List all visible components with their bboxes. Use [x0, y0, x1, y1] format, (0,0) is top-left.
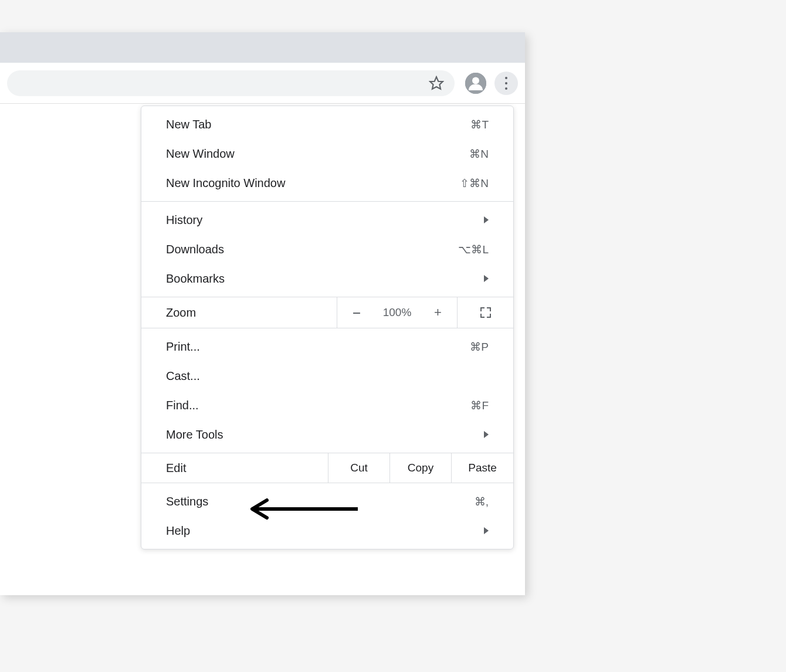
- edit-label: Edit: [141, 453, 328, 483]
- zoom-in-button[interactable]: +: [426, 305, 449, 320]
- menu-item-print[interactable]: Print... ⌘P: [141, 332, 513, 361]
- menu-shortcut: ⌘F: [470, 399, 489, 412]
- menu-item-settings[interactable]: Settings ⌘,: [141, 487, 513, 516]
- menu-shortcut: ⌘P: [470, 340, 489, 354]
- menu-item-cast[interactable]: Cast...: [141, 361, 513, 391]
- menu-label: New Incognito Window: [166, 177, 285, 190]
- menu-label: New Tab: [166, 118, 211, 131]
- dots-vertical-icon: [505, 77, 507, 79]
- kebab-menu-button[interactable]: [494, 72, 518, 95]
- chevron-right-icon: [484, 275, 489, 282]
- cut-button[interactable]: Cut: [328, 453, 390, 483]
- paste-button[interactable]: Paste: [452, 453, 513, 483]
- menu-shortcut: ⌘,: [475, 495, 489, 508]
- menu-item-help[interactable]: Help: [141, 516, 513, 545]
- menu-item-new-tab[interactable]: New Tab ⌘T: [141, 110, 513, 139]
- menu-shortcut: ⌘N: [469, 147, 489, 161]
- zoom-value: 100%: [383, 306, 412, 319]
- zoom-label: Zoom: [141, 297, 337, 328]
- chevron-right-icon: [484, 431, 489, 438]
- menu-label: Bookmarks: [166, 272, 225, 286]
- chevron-right-icon: [484, 216, 489, 223]
- fullscreen-icon: [480, 307, 491, 318]
- menu-item-new-incognito[interactable]: New Incognito Window ⇧⌘N: [141, 168, 513, 198]
- tab-bar: [0, 32, 525, 63]
- menu-label: Print...: [166, 340, 200, 354]
- menu-label: More Tools: [166, 428, 223, 442]
- menu-item-more-tools[interactable]: More Tools: [141, 420, 513, 449]
- menu-label: Settings: [166, 495, 208, 508]
- star-icon[interactable]: [429, 76, 444, 91]
- svg-marker-0: [430, 77, 443, 89]
- address-bar[interactable]: [7, 70, 455, 96]
- menu-shortcut: ⌥⌘L: [458, 243, 489, 256]
- menu-item-find[interactable]: Find... ⌘F: [141, 391, 513, 420]
- zoom-out-button[interactable]: ‒: [345, 305, 368, 320]
- fullscreen-button[interactable]: [458, 297, 513, 328]
- copy-button[interactable]: Copy: [390, 453, 452, 483]
- toolbar: [0, 63, 525, 104]
- menu-item-bookmarks[interactable]: Bookmarks: [141, 264, 513, 293]
- menu-item-zoom: Zoom ‒ 100% +: [141, 297, 513, 328]
- svg-point-2: [472, 77, 479, 84]
- menu-item-downloads[interactable]: Downloads ⌥⌘L: [141, 235, 513, 264]
- menu-label: Cast...: [166, 369, 200, 383]
- profile-icon[interactable]: [465, 73, 486, 94]
- menu-label: Find...: [166, 399, 199, 412]
- menu-label: History: [166, 213, 202, 227]
- menu-shortcut: ⇧⌘N: [460, 177, 489, 190]
- menu-label: Downloads: [166, 243, 224, 256]
- menu-item-edit: Edit Cut Copy Paste: [141, 453, 513, 483]
- menu-label: New Window: [166, 147, 235, 161]
- menu-shortcut: ⌘T: [470, 118, 489, 131]
- menu-item-new-window[interactable]: New Window ⌘N: [141, 139, 513, 168]
- chevron-right-icon: [484, 527, 489, 534]
- menu-label: Help: [166, 524, 190, 538]
- menu-item-history[interactable]: History: [141, 205, 513, 235]
- chrome-main-menu: New Tab ⌘T New Window ⌘N New Incognito W…: [141, 106, 514, 549]
